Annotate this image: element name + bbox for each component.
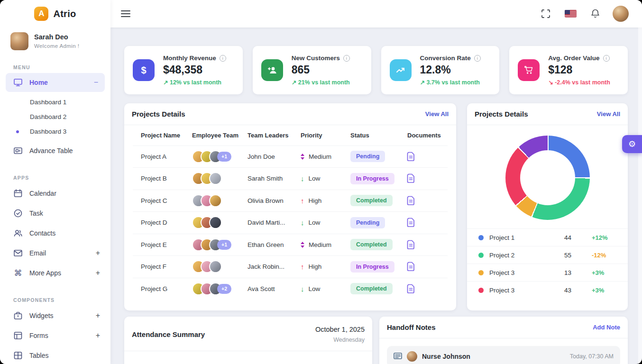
document-icon[interactable]: [407, 262, 415, 272]
status-badge: Completed: [350, 195, 393, 206]
settings-gear-button[interactable]: ⚙: [622, 135, 642, 153]
priority-medium-icon: [301, 242, 304, 248]
projects-donut-chart: [505, 136, 590, 220]
nav-section-label: MENU: [13, 64, 97, 70]
sidebar-item-calendar[interactable]: Calendar: [0, 183, 110, 203]
handoff-notes-card: Handoff Notes Add Note Nurse Johnson To: [379, 317, 628, 364]
donut-view-all-link[interactable]: View All: [597, 110, 620, 118]
table-row: Project F Jack Robin... ↑ High In Progre…: [133, 255, 448, 278]
sidebar-item-advance-table[interactable]: Advance Table: [0, 141, 110, 161]
info-icon[interactable]: i: [474, 55, 481, 62]
sidebar-item-task[interactable]: Task: [0, 203, 110, 223]
team-avatar: [209, 172, 222, 185]
document-icon[interactable]: [407, 218, 415, 228]
handoff-title: Handoff Notes: [387, 323, 436, 331]
sidebar-item-home[interactable]: Home −: [6, 73, 105, 92]
table-icon: [13, 351, 23, 360]
employee-team-avatars: [184, 172, 239, 185]
projects-table-title: Projects Details: [132, 110, 185, 118]
sidebar-item-forms[interactable]: Forms +: [0, 326, 110, 346]
task-icon: [13, 209, 23, 218]
legend-row: Project 2 55 -12%: [467, 246, 628, 264]
legend-dot: [478, 235, 484, 240]
column-header: Status: [342, 131, 399, 140]
expand-toggle-icon[interactable]: +: [96, 331, 100, 340]
cart-icon: [518, 59, 540, 81]
legend-row: Project 1 44 +12%: [467, 228, 628, 246]
user-plus-icon: [261, 59, 283, 81]
table-row: Project C Olivia Brown ↑ High Completed: [133, 190, 448, 212]
expand-toggle-icon[interactable]: +: [96, 311, 100, 320]
sidebar-item-tables[interactable]: Tables: [0, 346, 110, 364]
document-icon[interactable]: [407, 284, 415, 294]
document-icon[interactable]: [407, 173, 415, 183]
stat-value: 12.8%: [420, 64, 481, 76]
status-badge: Completed: [350, 283, 393, 294]
stat-title: Monthly Revenue: [163, 55, 216, 62]
status-badge: Pending: [350, 217, 385, 228]
priority-arrow-icon: ↑: [301, 263, 304, 271]
sidebar-subitem-dashboard-2[interactable]: Dashboard 2: [0, 109, 110, 124]
stat-trend: ↘ -2.4% vs last month: [548, 79, 610, 86]
stat-title: Avg. Order Value: [548, 55, 599, 62]
attendance-title: Attendance Summary: [132, 330, 205, 338]
nav-section-label: APPS: [13, 175, 97, 181]
calendar-icon: [13, 189, 23, 198]
sidebar-user: Sarah Deo Welcome Admin !: [0, 27, 110, 50]
add-note-link[interactable]: Add Note: [593, 324, 620, 331]
stat-cards-row: $ Monthly Revenue i $48,358 ↗ 12% vs las…: [124, 46, 628, 94]
menu-toggle-icon[interactable]: [121, 10, 130, 17]
monitor-icon: [13, 78, 23, 87]
stat-title: Conversion Rate: [420, 55, 471, 62]
language-flag-icon[interactable]: [562, 6, 578, 22]
stat-trend: ↗ 3.7% vs last month: [420, 79, 481, 86]
employee-team-avatars: +2: [184, 282, 239, 295]
sidebar-item-more-apps[interactable]: ⌘ More Apps +: [0, 263, 110, 283]
info-icon[interactable]: i: [220, 55, 226, 62]
profile-avatar[interactable]: [613, 6, 629, 22]
expand-toggle-icon[interactable]: +: [96, 249, 100, 257]
employee-team-avatars: +1: [184, 150, 239, 163]
command-icon: ⌘: [13, 268, 23, 278]
team-avatar: [209, 216, 222, 229]
sidebar-subitem-dashboard-3[interactable]: Dashboard 3: [0, 124, 110, 139]
sidebar-item-widgets[interactable]: Widgets +: [0, 306, 110, 326]
stat-card: Avg. Order Value i $128 ↘ -2.4% vs last …: [509, 46, 628, 94]
document-icon[interactable]: [407, 152, 415, 162]
expand-toggle-icon[interactable]: −: [94, 78, 98, 87]
note-time: Today, 07:30 AM: [570, 353, 614, 360]
scrollbar[interactable]: [638, 27, 642, 364]
expand-toggle-icon[interactable]: +: [96, 269, 100, 277]
employee-team-avatars: [184, 194, 239, 207]
note-author-avatar: [407, 351, 417, 362]
info-icon[interactable]: i: [343, 55, 350, 62]
team-extra-badge: +2: [217, 284, 231, 294]
priority-arrow-icon: ↓: [301, 285, 304, 293]
priority-arrow-icon: ↓: [301, 218, 304, 227]
team-avatar: [209, 260, 222, 273]
document-icon[interactable]: [407, 196, 415, 206]
sidebar-subitem-dashboard-1[interactable]: Dashboard 1: [0, 95, 110, 109]
logo[interactable]: A Atrio: [0, 0, 110, 27]
fullscreen-icon[interactable]: [538, 6, 554, 22]
legend-dot: [478, 288, 484, 293]
document-icon[interactable]: [407, 240, 415, 250]
main-area: $ Monthly Revenue i $48,358 ↗ 12% vs las…: [110, 0, 642, 364]
user-subtitle: Welcome Admin !: [34, 43, 79, 49]
info-icon[interactable]: i: [603, 55, 610, 62]
user-avatar: [10, 32, 28, 50]
handoff-note-item[interactable]: Nurse Johnson Today, 07:30 AM: [387, 346, 620, 364]
sidebar-item-email[interactable]: Email +: [0, 243, 110, 263]
sidebar-item-contacts[interactable]: Contacts: [0, 223, 110, 243]
email-icon: [13, 248, 23, 258]
dollar-icon: $: [133, 59, 155, 81]
notifications-bell-icon[interactable]: [587, 6, 603, 22]
stat-trend: ↗ 12% vs last month: [163, 79, 226, 86]
employee-team-avatars: +1: [184, 238, 239, 251]
status-badge: In Progress: [350, 261, 394, 273]
column-header: Employee Team: [184, 131, 239, 140]
stat-value: $128: [548, 64, 610, 76]
projects-table-body: Project A +1 John Doe Medium Pending Pro…: [133, 146, 448, 300]
contacts-icon: [13, 228, 23, 238]
projects-view-all-link[interactable]: View All: [425, 110, 449, 118]
